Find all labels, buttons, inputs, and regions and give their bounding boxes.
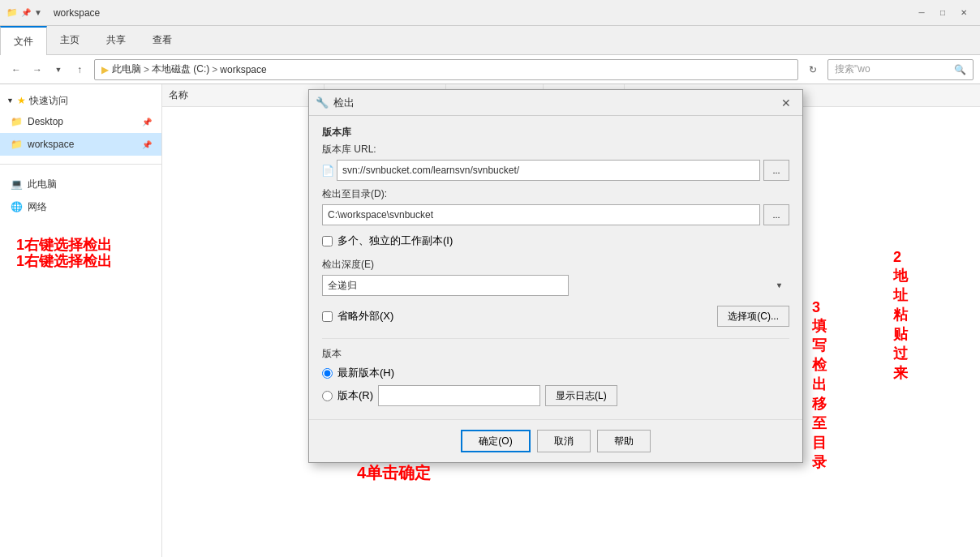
url-field-label: 版本库 URL: <box>322 143 789 156</box>
options-button[interactable]: 选择项(C)... <box>717 306 789 327</box>
dialog-title-bar: 🔧 检出 ✕ <box>309 90 802 116</box>
window-icon: 📁 <box>6 7 18 18</box>
quick-access-chevron: ▼ <box>6 96 14 105</box>
menu-icon: ▼ <box>34 8 42 17</box>
sidebar-item-computer[interactable]: 💻 此电脑 <box>0 173 161 195</box>
refresh-button[interactable]: ↻ <box>803 60 823 79</box>
latest-version-row: 最新版本(H) <box>322 366 789 380</box>
maximize-button[interactable]: □ <box>933 3 952 23</box>
close-button[interactable]: ✕ <box>954 3 974 23</box>
path-part-workspace: workspace <box>220 64 266 75</box>
ok-button[interactable]: 确定(O) <box>461 430 530 452</box>
tab-home[interactable]: 主页 <box>47 26 93 54</box>
desktop-icon: 📁 <box>10 115 23 128</box>
omit-external-label: 省略外部(X) <box>337 309 393 323</box>
pin-indicator: 📌 <box>142 118 152 126</box>
dialog-close-button[interactable]: ✕ <box>776 93 796 113</box>
version-separator <box>322 338 789 339</box>
address-path[interactable]: ▶ 此电脑 > 本地磁盘 (C:) > workspace <box>94 59 798 80</box>
window-title: workspace <box>54 7 100 19</box>
search-box[interactable]: 搜索"wo 🔍 <box>827 59 974 80</box>
version-number-radio[interactable] <box>322 391 333 401</box>
show-log-button[interactable]: 显示日志(L) <box>545 385 617 406</box>
title-bar-icons: 📁 📌 ▼ <box>6 7 42 18</box>
search-icon: 🔍 <box>954 64 966 75</box>
sep1: > <box>144 64 149 75</box>
depth-select[interactable]: 全递归直接子级仅文件仅此项目空 <box>322 275 569 296</box>
tab-file[interactable]: 文件 <box>0 26 47 55</box>
dialog-title: 🔧 检出 <box>316 96 355 110</box>
dir-row: ... <box>322 204 789 225</box>
dialog-body: 版本库 版本库 URL: 📄 ... 2地址粘贴过来 检出至目录(D): ...… <box>309 116 802 419</box>
version-number-row: 版本(R) 显示日志(L) <box>322 385 789 406</box>
sep2: > <box>212 64 217 75</box>
url-doc-icon: 📄 <box>322 165 333 176</box>
sidebar-separator <box>0 164 161 165</box>
network-icon: 🌐 <box>10 200 23 213</box>
path-folder-icon: ▶ <box>101 64 109 75</box>
back-button[interactable]: ← <box>6 60 26 79</box>
version-number-label: 版本(R) <box>337 388 373 403</box>
dir-field-label: 检出至目录(D): <box>322 187 789 201</box>
omit-row: 省略外部(X) 选择项(C)... <box>322 306 789 327</box>
version-section: 版本 最新版本(H) 版本(R) 显示日志(L) <box>322 338 789 406</box>
depth-label: 检出深度(E) <box>322 258 374 272</box>
url-input[interactable] <box>337 160 760 181</box>
sidebar-item-desktop[interactable]: 📁 Desktop 📌 <box>0 110 161 133</box>
sidebar-label-workspace: workspace <box>28 139 74 150</box>
col-header-name[interactable]: 名称 <box>162 84 325 106</box>
tab-view[interactable]: 查看 <box>140 26 186 54</box>
dialog-title-icon: 🔧 <box>316 96 329 109</box>
quick-access-label: 快速访问 <box>29 94 68 108</box>
forward-button[interactable]: → <box>28 60 47 79</box>
latest-version-label: 最新版本(H) <box>337 366 394 380</box>
dialog-footer: 确定(O) 取消 帮助 <box>309 419 802 462</box>
quick-access-star: ★ <box>17 95 26 106</box>
dir-browse-button[interactable]: ... <box>763 204 789 225</box>
depth-select-row: 全递归直接子级仅文件仅此项目空 <box>322 275 789 296</box>
depth-select-wrapper: 全递归直接子级仅文件仅此项目空 <box>322 275 789 296</box>
dir-input[interactable] <box>322 204 760 225</box>
tab-share[interactable]: 共享 <box>93 26 140 54</box>
sidebar-label-computer: 此电脑 <box>28 178 57 191</box>
omit-left: 省略外部(X) <box>322 309 393 323</box>
ribbon: 文件 主页 共享 查看 <box>0 26 980 55</box>
checkout-dialog: 🔧 检出 ✕ 版本库 版本库 URL: 📄 ... 2地址粘贴过来 检出至目录(… <box>308 89 803 463</box>
version-number-input[interactable] <box>378 385 540 406</box>
help-button[interactable]: 帮助 <box>597 430 651 452</box>
address-bar: ← → ▼ ↑ ▶ 此电脑 > 本地磁盘 (C:) > workspace ↻ … <box>0 55 980 84</box>
path-part-computer: 此电脑 <box>112 62 141 76</box>
sidebar-item-workspace[interactable]: 📁 workspace 📌 <box>0 133 161 156</box>
nav-buttons: ← → ▼ ↑ <box>6 60 89 79</box>
url-row: 📄 ... <box>322 160 789 181</box>
workspace-icon: 📁 <box>10 138 23 151</box>
dropdown-button[interactable]: ▼ <box>49 60 68 79</box>
sidebar-label-network: 网络 <box>28 200 47 214</box>
sidebar: ▼ ★ 快速访问 📁 Desktop 📌 📁 workspace 📌 💻 此电脑… <box>0 84 162 557</box>
sidebar-item-network[interactable]: 🌐 网络 <box>0 195 161 218</box>
url-browse-button[interactable]: ... <box>763 160 789 181</box>
cancel-button[interactable]: 取消 <box>537 430 591 452</box>
search-placeholder: 搜索"wo <box>835 62 870 76</box>
depth-row: 检出深度(E) <box>322 258 789 272</box>
multiple-copies-label: 多个、独立的工作副本(I) <box>337 234 453 248</box>
path-part-drive: 本地磁盘 (C:) <box>152 62 209 76</box>
version-section-label: 版本 <box>322 347 789 361</box>
minimize-button[interactable]: ─ <box>912 3 931 23</box>
repo-section-label: 版本库 <box>322 126 789 139</box>
dialog-title-text: 检出 <box>333 96 355 110</box>
multiple-copies-checkbox[interactable] <box>322 236 333 246</box>
pin-icon: 📌 <box>21 8 31 17</box>
computer-icon: 💻 <box>10 178 23 191</box>
latest-version-radio[interactable] <box>322 368 333 379</box>
title-bar: 📁 📌 ▼ workspace ─ □ ✕ <box>0 0 980 26</box>
up-button[interactable]: ↑ <box>70 60 89 79</box>
omit-external-checkbox[interactable] <box>322 311 333 322</box>
checkbox-row: 多个、独立的工作副本(I) <box>322 234 789 248</box>
sidebar-label-desktop: Desktop <box>28 116 63 127</box>
pin-indicator-2: 📌 <box>142 140 152 149</box>
quick-access-header[interactable]: ▼ ★ 快速访问 <box>0 91 161 110</box>
annotation-1: 1右键选择检出 <box>16 235 112 255</box>
